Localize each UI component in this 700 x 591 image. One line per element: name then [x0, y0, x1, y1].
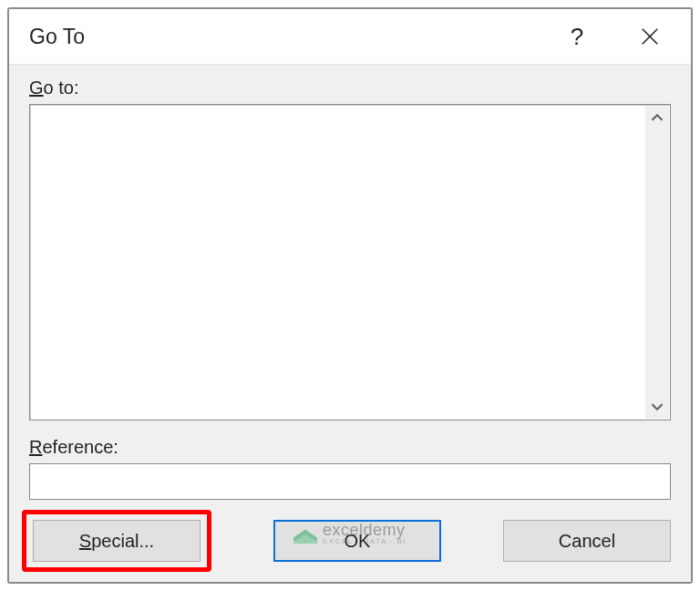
goto-label: Go to:	[29, 78, 671, 98]
titlebar: Go To ?	[9, 9, 691, 64]
scrollbar[interactable]	[645, 106, 669, 419]
help-icon: ?	[571, 23, 583, 51]
chevron-up-icon	[651, 111, 664, 124]
button-row: Special... OK Cancel	[29, 520, 671, 565]
special-button[interactable]: Special...	[33, 520, 201, 562]
scroll-down-button[interactable]	[645, 395, 669, 419]
dialog-body: Go to: Reference: Special..	[9, 64, 691, 582]
chevron-down-icon	[651, 400, 664, 413]
dialog-title: Go To	[29, 25, 527, 49]
reference-input[interactable]	[29, 463, 671, 500]
cancel-button[interactable]: Cancel	[503, 520, 671, 562]
help-button[interactable]: ?	[554, 14, 600, 59]
goto-listbox-wrap	[29, 104, 671, 420]
ok-button[interactable]: OK	[273, 520, 441, 562]
goto-dialog: Go To ? Go to:	[7, 7, 693, 584]
special-button-highlight: Special...	[22, 510, 211, 572]
close-button[interactable]	[627, 14, 673, 59]
reference-label: Reference:	[29, 437, 671, 458]
close-icon	[640, 26, 660, 47]
goto-listbox[interactable]	[29, 104, 671, 420]
scroll-up-button[interactable]	[645, 106, 669, 130]
